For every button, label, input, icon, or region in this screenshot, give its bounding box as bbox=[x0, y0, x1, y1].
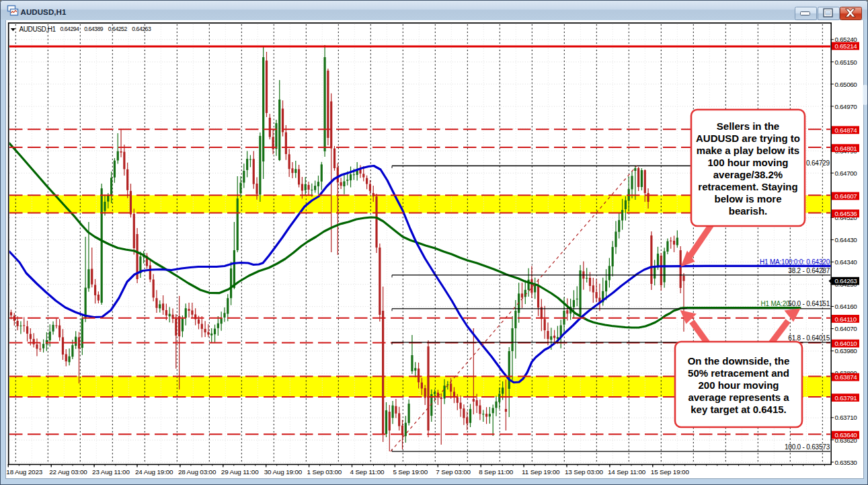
svg-text:below is more: below is more bbox=[714, 193, 781, 204]
svg-text:0.64340: 0.64340 bbox=[835, 258, 858, 266]
svg-text:Sellers in the: Sellers in the bbox=[717, 120, 779, 132]
svg-text:make a play below its: make a play below its bbox=[697, 145, 799, 156]
svg-text:0.64801: 0.64801 bbox=[835, 145, 857, 152]
svg-text:28 Aug 03:00: 28 Aug 03:00 bbox=[178, 468, 216, 476]
svg-text:0.63710: 0.63710 bbox=[835, 414, 858, 421]
svg-text:H1 MA:100:0:0: 0.64320: H1 MA:100:0:0: 0.64320 bbox=[760, 258, 830, 266]
svg-text:8 Sep 11:00: 8 Sep 11:00 bbox=[479, 468, 514, 476]
svg-text:0.64729: 0.64729 bbox=[806, 159, 830, 167]
svg-text:30 Aug 19:00: 30 Aug 19:00 bbox=[264, 468, 303, 476]
svg-text:0.65060: 0.65060 bbox=[835, 81, 858, 88]
svg-text:key target at 0.6415.: key target at 0.6415. bbox=[691, 404, 787, 415]
svg-text:1 Sep 03:00: 1 Sep 03:00 bbox=[307, 468, 342, 476]
svg-text:0.63874: 0.63874 bbox=[835, 373, 858, 381]
svg-text:average/38.2%: average/38.2% bbox=[713, 169, 783, 180]
svg-text:18 Aug 2023: 18 Aug 2023 bbox=[6, 468, 42, 476]
svg-text:50.0 - 0.64151: 50.0 - 0.64151 bbox=[788, 300, 830, 307]
svg-text:7 Sep 03:00: 7 Sep 03:00 bbox=[436, 468, 471, 476]
svg-text:0.64970: 0.64970 bbox=[835, 103, 858, 110]
svg-text:H1 MA:20: H1 MA:20 bbox=[761, 300, 791, 307]
svg-text:0.64070: 0.64070 bbox=[835, 325, 858, 332]
svg-text:0.63791: 0.63791 bbox=[835, 394, 857, 402]
svg-text:200 hour moving: 200 hour moving bbox=[698, 379, 779, 391]
svg-text:24 Aug 19:00: 24 Aug 19:00 bbox=[135, 468, 173, 476]
svg-text:100 hour moving: 100 hour moving bbox=[707, 157, 788, 168]
svg-text:0.64294: 0.64294 bbox=[61, 26, 80, 32]
svg-text:50% retracement and: 50% retracement and bbox=[688, 367, 789, 379]
svg-text:0.64700: 0.64700 bbox=[835, 170, 858, 177]
svg-text:29 Aug 11:00: 29 Aug 11:00 bbox=[221, 468, 259, 476]
svg-text:0.64430: 0.64430 bbox=[835, 236, 858, 244]
svg-text:0.64263: 0.64263 bbox=[132, 26, 151, 32]
svg-text:11 Sep 19:00: 11 Sep 19:00 bbox=[522, 468, 560, 476]
svg-text:5 Sep 19:00: 5 Sep 19:00 bbox=[393, 468, 428, 476]
svg-text:0.64607: 0.64607 bbox=[835, 192, 857, 200]
svg-text:0.64252: 0.64252 bbox=[108, 26, 128, 32]
svg-text:0.64874: 0.64874 bbox=[835, 126, 858, 134]
svg-text:AUDUSD are trying to: AUDUSD are trying to bbox=[696, 133, 800, 144]
svg-text:bearish.: bearish. bbox=[729, 205, 768, 217]
svg-text:0.65214: 0.65214 bbox=[835, 42, 858, 50]
svg-text:0.65150: 0.65150 bbox=[835, 59, 858, 66]
svg-text:0.64010: 0.64010 bbox=[835, 340, 858, 347]
svg-text:61.8 - 0.64015: 61.8 - 0.64015 bbox=[788, 334, 830, 342]
svg-text:23 Aug 11:00: 23 Aug 11:00 bbox=[92, 468, 130, 476]
svg-text:22 Aug 03:00: 22 Aug 03:00 bbox=[49, 468, 87, 476]
svg-text:0.64110: 0.64110 bbox=[835, 315, 857, 323]
svg-text:13 Sep 03:00: 13 Sep 03:00 bbox=[565, 468, 604, 476]
svg-text:0.63980: 0.63980 bbox=[835, 347, 858, 355]
svg-text:0.64536: 0.64536 bbox=[835, 210, 858, 217]
svg-text:On the downside, the: On the downside, the bbox=[688, 355, 790, 367]
svg-text:AUDUSD,H1: AUDUSD,H1 bbox=[19, 26, 56, 33]
svg-text:0.64263: 0.64263 bbox=[835, 277, 858, 285]
svg-text:average represents a: average represents a bbox=[688, 391, 789, 403]
svg-text:0.64389: 0.64389 bbox=[84, 26, 104, 32]
svg-text:14 Sep 11:00: 14 Sep 11:00 bbox=[608, 468, 646, 476]
svg-text:100.0 - 0.63573: 100.0 - 0.63573 bbox=[785, 443, 830, 451]
svg-text:0.63640: 0.63640 bbox=[835, 431, 858, 439]
svg-text:15 Sep 19:00: 15 Sep 19:00 bbox=[651, 468, 690, 476]
svg-text:0.64160: 0.64160 bbox=[835, 303, 858, 310]
svg-text:38.2 - 0.64287: 38.2 - 0.64287 bbox=[788, 267, 830, 274]
svg-text:retracement. Staying: retracement. Staying bbox=[698, 181, 797, 192]
svg-text:4 Sep 11:00: 4 Sep 11:00 bbox=[350, 468, 385, 476]
svg-text:0.63530: 0.63530 bbox=[835, 459, 858, 466]
